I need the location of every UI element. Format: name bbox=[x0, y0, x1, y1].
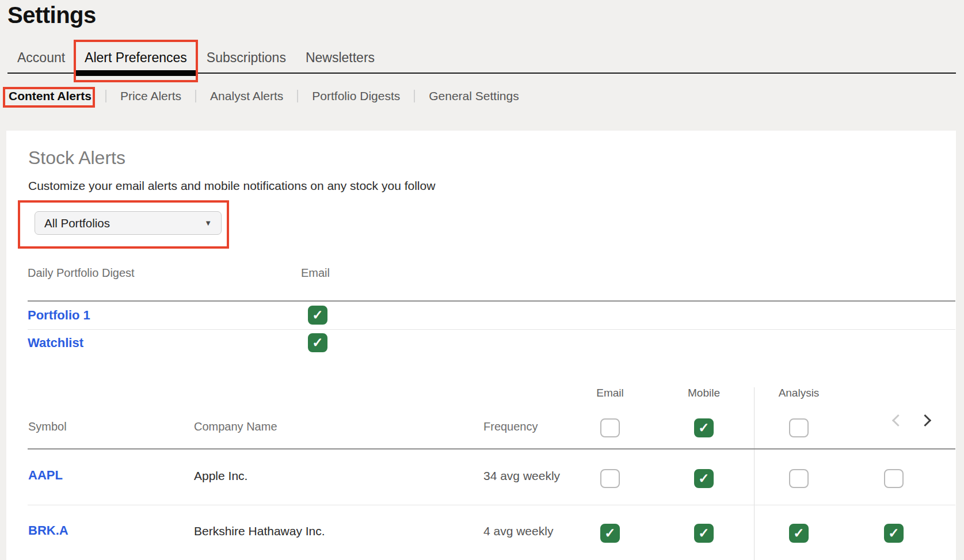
chevron-left-icon bbox=[891, 414, 904, 426]
master-mobile-checkbox[interactable] bbox=[694, 418, 714, 437]
tab-alert-preferences[interactable]: Alert Preferences bbox=[75, 48, 197, 73]
aapl-analysis-checkbox[interactable] bbox=[789, 469, 809, 488]
digest-email-checkbox-portfolio-1[interactable] bbox=[308, 306, 327, 325]
page-title: Settings bbox=[7, 2, 96, 28]
master-email-checkbox[interactable] bbox=[600, 418, 620, 437]
aapl-mobile-checkbox[interactable] bbox=[694, 469, 714, 488]
aapl-email-checkbox[interactable] bbox=[600, 469, 620, 488]
stocks-header-divider bbox=[28, 448, 955, 449]
section-description: Customize your email alerts and mobile n… bbox=[28, 179, 435, 193]
brka-mobile-checkbox[interactable] bbox=[694, 524, 714, 543]
watchlist-link[interactable]: Watchlist bbox=[28, 336, 83, 351]
columns-next-button[interactable] bbox=[919, 414, 931, 426]
brka-analysis-checkbox[interactable] bbox=[789, 524, 809, 543]
stocks-col-email: Email bbox=[576, 387, 645, 399]
stocks-col-symbol: Symbol bbox=[28, 420, 67, 433]
digest-header-title: Daily Portfolio Digest bbox=[28, 266, 135, 280]
stock-company-name: Apple Inc. bbox=[194, 469, 247, 483]
subtab-price-alerts[interactable]: Price Alerts bbox=[106, 89, 195, 103]
alert-preferences-subnav: Content Alerts Price Alerts Analyst Aler… bbox=[9, 89, 533, 103]
aapl-extra-checkbox[interactable] bbox=[884, 469, 904, 488]
columns-prev-button[interactable] bbox=[891, 414, 904, 426]
subtab-content-alerts[interactable]: Content Alerts bbox=[9, 89, 105, 103]
portfolio-filter-dropdown[interactable]: All Portfolios ▼ bbox=[35, 211, 222, 235]
stocks-col-company: Company Name bbox=[194, 420, 277, 433]
stock-symbol-link[interactable]: BRK.A bbox=[28, 523, 68, 538]
stock-alerts-card: Stock Alerts Customize your email alerts… bbox=[6, 131, 956, 560]
subtab-analyst-alerts[interactable]: Analyst Alerts bbox=[196, 89, 297, 103]
stock-frequency: 34 avg weekly bbox=[483, 469, 560, 483]
stocks-col-frequency: Frequency bbox=[483, 420, 538, 433]
chevron-right-icon bbox=[919, 414, 931, 426]
tab-subscriptions[interactable]: Subscriptions bbox=[197, 48, 296, 73]
caret-down-icon: ▼ bbox=[204, 219, 212, 227]
digest-row-divider bbox=[28, 329, 955, 330]
portfolio-filter-value: All Portfolios bbox=[44, 216, 110, 230]
subtab-general-settings[interactable]: General Settings bbox=[415, 89, 532, 103]
section-heading: Stock Alerts bbox=[28, 147, 125, 169]
stock-symbol-link[interactable]: AAPL bbox=[28, 468, 63, 483]
tab-newsletters[interactable]: Newsletters bbox=[296, 48, 384, 73]
tab-account[interactable]: Account bbox=[7, 48, 75, 73]
stock-company-name: Berkshire Hathaway Inc. bbox=[194, 524, 325, 538]
subtab-portfolio-digests[interactable]: Portfolio Digests bbox=[298, 89, 414, 103]
portfolio-link[interactable]: Portfolio 1 bbox=[28, 308, 90, 323]
stock-frequency: 4 avg weekly bbox=[483, 524, 553, 538]
stocks-col-analysis: Analysis bbox=[764, 387, 833, 399]
master-analysis-checkbox[interactable] bbox=[789, 418, 809, 437]
digest-header-divider bbox=[28, 300, 955, 302]
main-tabs: Account Alert Preferences Subscriptions … bbox=[7, 48, 956, 74]
brka-email-checkbox[interactable] bbox=[600, 524, 620, 543]
analysis-column-divider bbox=[754, 387, 755, 560]
digest-email-checkbox-watchlist[interactable] bbox=[308, 333, 327, 352]
brka-extra-checkbox[interactable] bbox=[884, 524, 904, 543]
stocks-col-mobile: Mobile bbox=[669, 387, 738, 399]
digest-header-email: Email bbox=[301, 266, 330, 280]
stocks-row-divider bbox=[28, 505, 955, 505]
